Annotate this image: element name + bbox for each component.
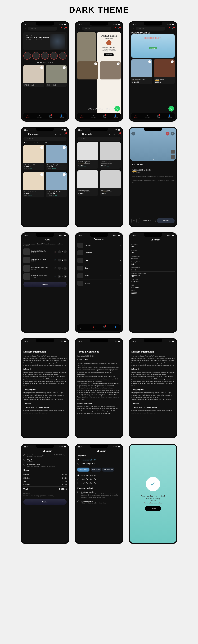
nav-home[interactable]: ⌂Home — [80, 326, 83, 330]
payment-option[interactable]: Allow customers to securely pay via Razo… — [23, 454, 67, 457]
story-item[interactable] — [50, 52, 58, 60]
qty-plus[interactable]: + — [64, 275, 67, 278]
device-icon[interactable]: 📱 — [53, 258, 57, 262]
shop-now-button[interactable]: SHOP NOW — [104, 54, 114, 56]
grid-icon[interactable]: ⊞ — [49, 132, 52, 136]
gallery-thumb[interactable] — [171, 155, 175, 159]
apartment-field[interactable]: Apartment, suite, unit, etc.appartment — [131, 273, 175, 277]
category-row[interactable]: Gear› — [77, 257, 121, 264]
search-input[interactable]: ⌕Search in All — [23, 137, 67, 141]
cart-icon[interactable]: 🛒 — [171, 27, 175, 30]
notification-icon[interactable]: ⊙ — [59, 27, 62, 30]
nav-cart[interactable]: 🛒Cart — [103, 114, 106, 118]
nav-category[interactable]: ⊞Category — [91, 114, 96, 118]
menu-icon[interactable]: ≡ — [77, 27, 81, 30]
first-name-field[interactable]: First nameabc — [131, 244, 175, 248]
product-card[interactable]: Endurance Watch★★★★★ 0 Reviews$ 49.00 — [77, 170, 98, 196]
favorite-icon[interactable]: ♡ — [40, 146, 43, 149]
continue-button[interactable]: Continue — [23, 499, 67, 505]
sort-icon[interactable]: ⇅ — [107, 132, 111, 136]
chip[interactable]: Arm chair — [26, 142, 32, 144]
last-name-field[interactable]: Last nameabc — [131, 250, 175, 254]
notification-icon[interactable]: ⊙ — [113, 27, 116, 30]
favorite-icon[interactable]: ♡ — [171, 60, 174, 63]
filter-icon[interactable]: ⚙ — [112, 132, 116, 136]
whatsapp-fab[interactable]: ✆ — [114, 106, 120, 112]
back-icon[interactable]: ‹ — [131, 238, 135, 242]
favorite-icon[interactable]: ♡ — [63, 146, 66, 149]
payment-option[interactable]: Direct bank transferMake your payment di… — [77, 490, 121, 500]
category-row[interactable]: Health› — [77, 272, 121, 280]
qty-minus[interactable]: − — [58, 267, 61, 270]
payment-option[interactable]: Debit/Credit CardsMake payment using you… — [23, 464, 67, 467]
nav-cart[interactable]: 🛒Cart — [103, 326, 106, 330]
time-option[interactable]: 14:30 PM - 18:45 PM — [77, 481, 121, 485]
nav-home[interactable]: ⌂Home — [26, 114, 29, 118]
nav-category[interactable]: ⊞Category — [37, 114, 42, 118]
chip[interactable]: Chairs — [45, 142, 49, 144]
product-card[interactable]: ♡FASHION SALE — [23, 65, 44, 87]
nav-account[interactable]: 👤Account — [167, 114, 172, 118]
story-item[interactable] — [32, 52, 40, 60]
sort-icon[interactable]: ⇅ — [53, 132, 57, 136]
notes-input[interactable]: Notes about your order, e.g. special not… — [23, 494, 67, 498]
state-field[interactable]: StateKarnataka — [131, 284, 175, 289]
favorite-icon[interactable]: ♡ — [40, 173, 43, 176]
cart-icon[interactable]: 🛒 — [166, 132, 170, 136]
back-icon[interactable]: ‹ — [23, 132, 27, 136]
country-field[interactable]: Country / RegionIndia▾ — [131, 261, 175, 266]
nav-cart[interactable]: 🛒Cart — [49, 114, 52, 118]
product-card[interactable]: ♡ Leather Lounge★★★★☆$ 359.99 — [154, 60, 175, 84]
back-icon[interactable]: ‹ — [77, 344, 81, 347]
product-card[interactable]: ♡FASHION SALE — [46, 65, 67, 87]
product-card[interactable]: ♡ — [100, 62, 121, 80]
notification-icon[interactable]: ⊙ — [167, 27, 170, 30]
qty-plus[interactable]: + — [64, 267, 67, 270]
story-item[interactable] — [41, 52, 49, 60]
search-input[interactable]: ⌕Search — [136, 27, 165, 30]
nav-category[interactable]: ⊞Category — [91, 326, 96, 330]
back-icon[interactable]: ‹ — [131, 132, 135, 136]
share-icon[interactable]: ⇪ — [171, 132, 175, 136]
time-option[interactable]: 02:30 AM - 10:45 AM — [77, 473, 121, 477]
search-input[interactable]: ⌕Search — [77, 137, 121, 141]
product-card[interactable]: ♡ Bar Height Dining Set★★★★☆$ 319.99 — [131, 60, 152, 84]
cart-icon[interactable]: 🛒 — [63, 132, 67, 136]
story-item[interactable] — [23, 52, 31, 60]
favorite-icon[interactable]: ♡ — [63, 66, 66, 69]
back-icon[interactable]: ‹ — [77, 450, 81, 453]
product-card[interactable]: Aim Analog Watch★★★★★ 0 Reviews$ 45.00-4… — [100, 142, 121, 168]
hero-banner[interactable]: EXCLUSIVE NEW COLLECTION SUPER COLLECTIO… — [23, 32, 67, 50]
chip-all[interactable]: All — [23, 142, 25, 144]
category-row[interactable]: Jewelry› — [77, 280, 121, 287]
continue-button[interactable]: Continue — [23, 282, 67, 287]
designer-banner[interactable]: DESIGNER CLOTH Shop now — [131, 34, 175, 58]
category-row[interactable]: Beauty› — [77, 264, 121, 272]
nav-account[interactable]: 👤Account — [113, 114, 118, 118]
search-input[interactable]: ⌕Search — [82, 27, 111, 30]
product-card[interactable]: ♡Glass Display Cabinet$ 399.99$ 479.99 1… — [23, 145, 44, 170]
product-card[interactable]: ♡Bar Height Dining Set$ 319.99$ 399.99 2… — [46, 145, 67, 170]
grid-icon[interactable]: ⊞ — [103, 132, 106, 136]
favorite-icon[interactable]: ♡ — [63, 173, 66, 176]
qty-plus[interactable]: + — [64, 259, 67, 262]
cart-icon[interactable]: 🛒 — [117, 132, 121, 136]
qty-minus[interactable]: − — [58, 275, 61, 278]
nav-account[interactable]: 👤Account — [113, 326, 118, 330]
shipping-option[interactable]: Local pickup $ 0.00 — [77, 462, 121, 466]
gallery-thumb[interactable] — [171, 150, 175, 154]
product-card[interactable]: ♡Expandable Dining Table$ 849.99$ 999.99… — [23, 172, 44, 198]
favorite-icon[interactable]: ♡ — [148, 60, 151, 63]
product-card[interactable]: Clamber Watch★★★★★ 3 Reviews$ 54.00 — [100, 170, 121, 196]
qty-plus[interactable]: + — [64, 250, 67, 253]
back-icon[interactable]: ‹ — [23, 344, 27, 347]
whatsapp-fab[interactable]: ✆ — [169, 106, 174, 112]
nav-home[interactable]: ⌂Home — [134, 114, 137, 118]
menu-icon[interactable]: ≡ — [131, 27, 135, 30]
nav-cart[interactable]: 🛒Cart — [157, 114, 160, 118]
product-card[interactable]: Luma Analog Watch★★★★★ 3 Reviews$ 23.00-… — [77, 142, 98, 168]
qty-minus[interactable]: − — [58, 259, 61, 262]
continue-button[interactable]: Continue — [145, 506, 161, 511]
street-field[interactable]: Street addressStreet — [131, 267, 175, 272]
nav-home[interactable]: ⌂Home — [80, 114, 83, 118]
